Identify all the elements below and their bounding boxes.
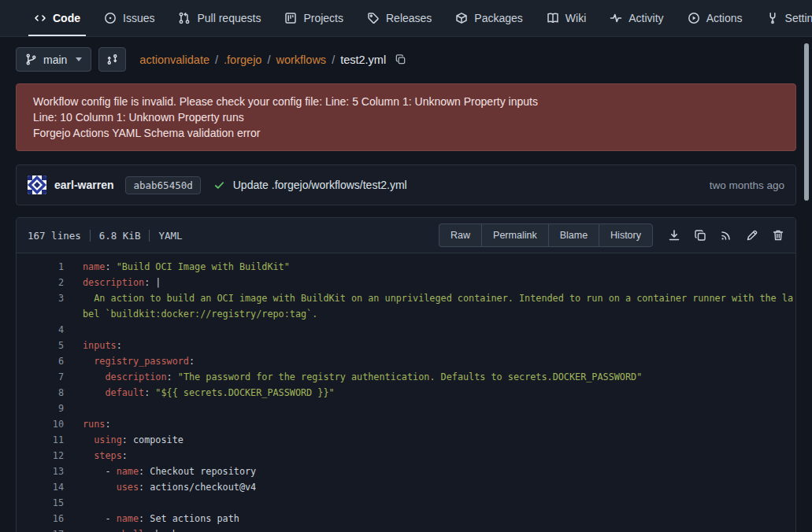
tab-pull-requests[interactable]: Pull requests bbox=[168, 0, 271, 36]
line-number[interactable]: 9 bbox=[17, 401, 64, 416]
code-line: 10runs: bbox=[17, 416, 795, 432]
code-line: 7 description: "The password for the reg… bbox=[17, 369, 795, 385]
tools-icon bbox=[766, 12, 779, 24]
pull-request-icon bbox=[178, 12, 191, 24]
blame-button[interactable]: Blame bbox=[548, 224, 599, 247]
tab-label: Code bbox=[53, 12, 80, 24]
tab-projects[interactable]: Projects bbox=[274, 0, 354, 36]
code-line: 11 using: composite bbox=[17, 432, 795, 448]
breadcrumb-separator: / bbox=[267, 54, 270, 66]
branch-breadcrumb-row: main actionvalidate / .forgejo / workflo… bbox=[0, 37, 812, 72]
code-view: 1name: "Build OCI Image with BuildKit"2d… bbox=[17, 253, 795, 532]
tab-packages[interactable]: Packages bbox=[445, 0, 532, 36]
tab-settings[interactable]: Settings bbox=[756, 0, 812, 36]
commit-author[interactable]: earl-warren bbox=[54, 179, 113, 191]
code-text bbox=[64, 495, 795, 511]
play-circle-icon bbox=[688, 12, 700, 24]
file-language: YAML bbox=[158, 230, 182, 242]
tab-actions[interactable]: Actions bbox=[677, 0, 753, 36]
line-number[interactable]: 17 bbox=[17, 526, 64, 532]
breadcrumb: actionvalidate / .forgejo / workflows / … bbox=[139, 54, 406, 66]
code-line: 8 default: "${{ secrets.DOCKER_PASSWORD … bbox=[17, 385, 795, 401]
breadcrumb-file: test2.yml bbox=[340, 54, 386, 66]
code-text: An action to build an OCI image with Bui… bbox=[64, 290, 795, 322]
line-number[interactable]: 1 bbox=[17, 259, 64, 275]
error-line: Forgejo Actions YAML Schema validation e… bbox=[33, 125, 779, 141]
breadcrumb-separator: / bbox=[215, 54, 218, 66]
tab-label: Packages bbox=[474, 12, 522, 24]
code-text bbox=[64, 401, 795, 416]
copy-path-icon[interactable] bbox=[395, 54, 406, 65]
git-branch-icon bbox=[25, 54, 37, 65]
line-number[interactable]: 8 bbox=[17, 385, 64, 401]
breadcrumb-dir-forgejo[interactable]: .forgejo bbox=[224, 54, 261, 66]
line-number[interactable]: 15 bbox=[17, 495, 64, 511]
commit-hash-badge[interactable]: abab65450d bbox=[125, 176, 200, 194]
tab-label: Pull requests bbox=[197, 12, 261, 24]
code-line: 12 steps: bbox=[17, 448, 795, 464]
line-number[interactable]: 13 bbox=[17, 464, 64, 479]
history-button[interactable]: History bbox=[599, 224, 653, 247]
breadcrumb-separator: / bbox=[332, 54, 335, 66]
page-scrollbar[interactable] bbox=[804, 43, 809, 201]
code-line: 6 registry_password: bbox=[17, 353, 795, 369]
code-text: steps: bbox=[64, 448, 795, 464]
code-lines: 1name: "Build OCI Image with BuildKit"2d… bbox=[17, 259, 795, 532]
file-view-button-group: Raw Permalink Blame History bbox=[439, 224, 653, 247]
line-number[interactable]: 6 bbox=[17, 353, 64, 369]
repo-navbar: Code Issues Pull requests Projects Relea… bbox=[0, 0, 812, 37]
commit-status-check-icon[interactable] bbox=[213, 179, 225, 191]
commit-message[interactable]: Update .forgejo/workflows/test2.yml bbox=[233, 179, 407, 191]
line-number[interactable]: 3 bbox=[17, 290, 64, 322]
line-number[interactable]: 11 bbox=[17, 432, 64, 448]
file-meta: 167 lines 6.8 KiB YAML bbox=[28, 230, 183, 242]
workflow-error-banner: Workflow config file is invalid. Please … bbox=[16, 83, 796, 151]
branch-selector[interactable]: main bbox=[16, 47, 91, 72]
permalink-button[interactable]: Permalink bbox=[481, 224, 548, 247]
project-icon bbox=[284, 12, 297, 24]
code-text: name: "Build OCI Image with BuildKit" bbox=[64, 259, 795, 275]
line-number[interactable]: 16 bbox=[17, 511, 64, 526]
tab-releases[interactable]: Releases bbox=[357, 0, 442, 36]
code-line: 2description: | bbox=[17, 275, 795, 290]
pulse-icon bbox=[610, 12, 622, 24]
code-text: description: | bbox=[64, 275, 795, 290]
tab-code[interactable]: Code bbox=[24, 0, 91, 36]
copy-icon[interactable] bbox=[694, 229, 706, 242]
tab-activity[interactable]: Activity bbox=[599, 0, 673, 36]
package-icon bbox=[455, 12, 468, 24]
breadcrumb-dir-workflows[interactable]: workflows bbox=[276, 54, 326, 66]
tab-issues[interactable]: Issues bbox=[94, 0, 165, 36]
commit-time: two months ago bbox=[710, 179, 784, 191]
line-number[interactable]: 5 bbox=[17, 338, 64, 353]
line-number[interactable]: 2 bbox=[17, 275, 64, 290]
tab-label: Issues bbox=[123, 12, 154, 24]
tab-wiki[interactable]: Wiki bbox=[536, 0, 596, 36]
code-text: inputs: bbox=[64, 338, 795, 353]
line-number[interactable]: 7 bbox=[17, 369, 64, 385]
raw-button[interactable]: Raw bbox=[439, 224, 481, 247]
breadcrumb-repo[interactable]: actionvalidate bbox=[139, 54, 209, 66]
compare-button[interactable] bbox=[98, 47, 126, 72]
avatar[interactable] bbox=[28, 175, 46, 194]
line-number[interactable]: 12 bbox=[17, 448, 64, 464]
file-action-icons bbox=[668, 229, 784, 242]
line-number[interactable]: 10 bbox=[17, 416, 64, 432]
git-compare-icon bbox=[106, 54, 118, 65]
rss-icon[interactable] bbox=[720, 229, 732, 242]
line-number[interactable]: 4 bbox=[17, 322, 64, 338]
download-icon[interactable] bbox=[668, 229, 680, 242]
tab-label: Actions bbox=[706, 12, 743, 24]
code-line: 3 An action to build an OCI image with B… bbox=[17, 290, 795, 322]
code-text: uses: actions/checkout@v4 bbox=[64, 479, 795, 495]
delete-icon[interactable] bbox=[772, 229, 784, 242]
edit-icon[interactable] bbox=[746, 229, 758, 242]
file-line-count: 167 lines bbox=[28, 230, 81, 242]
line-number[interactable]: 14 bbox=[17, 479, 64, 495]
tab-label: Releases bbox=[386, 12, 432, 24]
code-line: 17 shell: bash bbox=[17, 526, 795, 532]
code-text: shell: bash bbox=[64, 526, 795, 532]
issue-icon bbox=[104, 12, 117, 24]
meta-divider bbox=[149, 230, 150, 242]
file-header: 167 lines 6.8 KiB YAML Raw Permalink Bla… bbox=[17, 218, 795, 253]
